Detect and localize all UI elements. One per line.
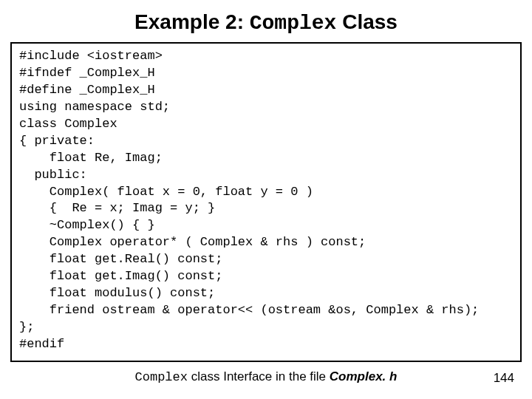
title-code: Complex: [250, 12, 337, 35]
code-line: public:: [19, 167, 513, 184]
caption: Complex class Interface in the file Comp…: [0, 369, 532, 384]
code-line: { Re = x; Imag = y; }: [19, 200, 513, 217]
code-line: using namespace std;: [19, 99, 513, 116]
code-line: { private:: [19, 133, 513, 150]
code-line: friend ostream & operator<< (ostream &os…: [19, 302, 513, 319]
code-line: ~Complex() { }: [19, 217, 513, 234]
title-suffix: Class: [336, 10, 398, 33]
code-line: Complex operator* ( Complex & rhs ) cons…: [19, 234, 513, 251]
code-line: #include <iostream>: [19, 48, 513, 65]
code-line: float modulus() const;: [19, 285, 513, 302]
code-line: };: [19, 319, 513, 336]
code-line: float get.Imag() const;: [19, 268, 513, 285]
code-line: class Complex: [19, 116, 513, 133]
code-line: #define _Complex_H: [19, 82, 513, 99]
code-line: Complex( float x = 0, float y = 0 ): [19, 184, 513, 201]
caption-file: Complex. h: [330, 369, 398, 383]
code-line: #ifndef _Complex_H: [19, 65, 513, 82]
code-line: float get.Real() const;: [19, 251, 513, 268]
title-prefix: Example 2:: [134, 10, 250, 33]
caption-mid: class Interface in the file: [188, 369, 330, 383]
caption-code: Complex: [135, 370, 188, 384]
code-line: #endif: [19, 336, 513, 353]
code-line: float Re, Imag;: [19, 150, 513, 167]
code-block: #include <iostream> #ifndef _Complex_H #…: [10, 42, 522, 362]
slide-title: Example 2: Complex Class: [0, 0, 532, 42]
page-number: 144: [494, 371, 514, 386]
